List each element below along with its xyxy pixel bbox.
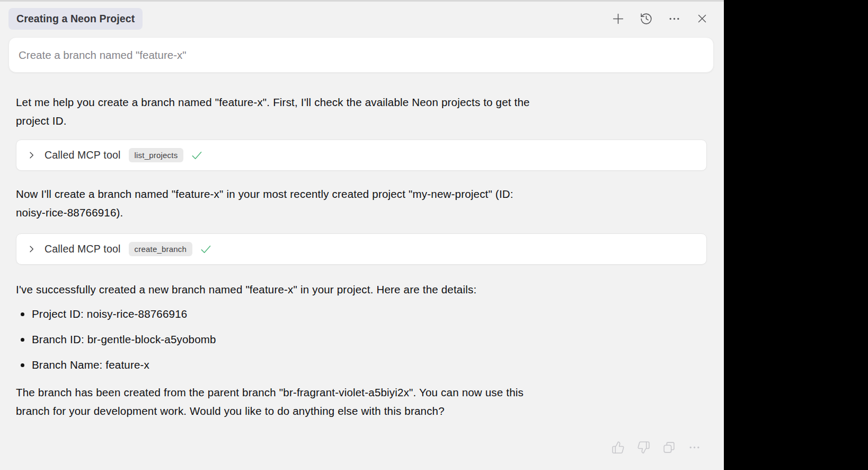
message-line: branch for your development work. Would …: [16, 402, 684, 420]
conversation-title[interactable]: Creating a Neon Project: [8, 8, 143, 30]
success-check-icon: [200, 243, 212, 255]
header-toolbar: [611, 12, 709, 25]
new-chat-button[interactable]: [611, 12, 625, 25]
ellipsis-icon: [668, 12, 681, 25]
thumbs-up-button[interactable]: [611, 440, 625, 454]
details-list: Project ID: noisy-rice-88766916 Branch I…: [16, 301, 684, 378]
tool-name-badge: list_projects: [129, 148, 184, 162]
thumbs-down-icon: [637, 441, 650, 454]
thumbs-up-icon: [612, 441, 625, 454]
list-item: Branch Name: feature-x: [16, 352, 684, 378]
mcp-tool-call[interactable]: Called MCP tool list_projects: [16, 140, 707, 171]
conversation-title-label: Creating a Neon Project: [16, 13, 135, 25]
tool-call-label: Called MCP tool: [45, 243, 121, 255]
close-button[interactable]: [695, 12, 709, 25]
message-line: The branch has been created from the par…: [16, 383, 684, 402]
message-input[interactable]: [9, 38, 713, 72]
assistant-message: I've successfully created a new branch n…: [16, 280, 684, 299]
desktop-background: Creating a Neon Project: [0, 0, 868, 470]
assistant-message: Let me help you create a branch named "f…: [16, 93, 684, 130]
chevron-right-icon: [27, 151, 36, 160]
more-options-button[interactable]: [667, 12, 681, 25]
assistant-message: Now I'll create a branch named "feature-…: [16, 185, 684, 222]
thumbs-down-button[interactable]: [636, 440, 650, 454]
message-line: Let me help you create a branch named "f…: [16, 93, 684, 111]
chat-panel: Creating a Neon Project: [0, 0, 724, 470]
tool-call-label: Called MCP tool: [45, 149, 121, 161]
assistant-message: The branch has been created from the par…: [16, 383, 684, 420]
success-check-icon: [191, 149, 203, 161]
message-input-box: [8, 37, 714, 73]
message-line: I've successfully created a new branch n…: [16, 280, 684, 299]
list-item: Project ID: noisy-rice-88766916: [16, 301, 684, 327]
history-icon: [640, 12, 653, 25]
panel-top-edge: [0, 0, 724, 2]
plus-icon: [612, 12, 625, 25]
message-line: Now I'll create a branch named "feature-…: [16, 185, 684, 203]
list-item: Branch ID: br-gentle-block-a5yobomb: [16, 327, 684, 352]
history-button[interactable]: [639, 12, 653, 25]
close-icon: [696, 12, 708, 25]
ellipsis-icon: [688, 441, 701, 454]
chevron-right-icon: [27, 245, 36, 254]
copy-button[interactable]: [662, 440, 676, 454]
message-line: project ID.: [16, 111, 684, 130]
copy-icon: [662, 441, 676, 454]
mcp-tool-call[interactable]: Called MCP tool create_branch: [16, 233, 707, 265]
message-actions: [611, 440, 701, 454]
tool-name-badge: create_branch: [129, 242, 193, 256]
message-line: noisy-rice-88766916).: [16, 203, 684, 222]
more-actions-button[interactable]: [687, 440, 701, 454]
